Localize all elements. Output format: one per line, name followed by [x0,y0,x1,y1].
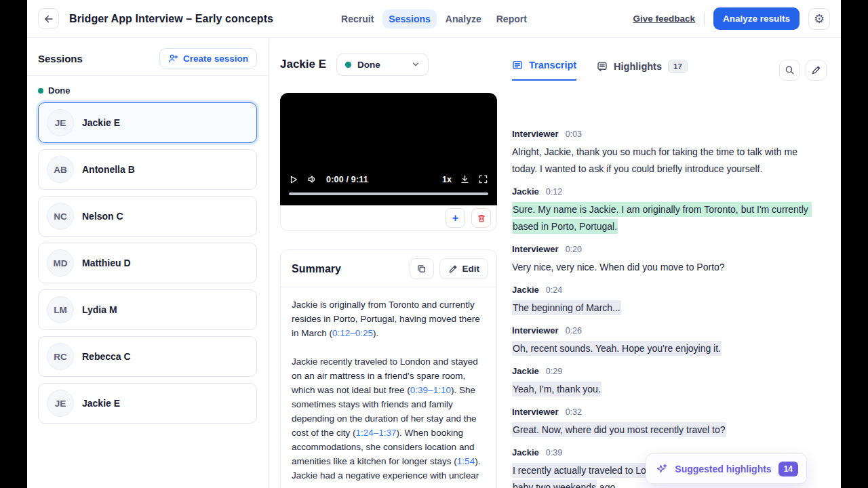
session-name: Nelson C [82,211,123,222]
timestamp-link[interactable]: 0:39–1:10 [410,385,451,395]
delete-video-button[interactable] [471,208,491,228]
breadcrumb-label: Analyze [446,14,481,24]
search-icon [785,65,795,75]
settings-button[interactable]: ⚙ [808,8,830,30]
session-name: Lydia M [82,304,117,315]
edit-summary-button[interactable]: Edit [439,258,489,279]
edit-summary-label: Edit [462,264,480,274]
session-name: Jackie E [82,398,120,409]
entry-timestamp: 0:03 [566,129,582,139]
breadcrumb-item[interactable]: Sessions [382,9,436,28]
video-screen[interactable]: 0:00 / 9:11 1x [280,93,497,205]
video-download-icon[interactable] [460,174,470,184]
session-card[interactable]: JE Jackie E [38,102,257,143]
avatar: AB [47,156,74,183]
tab-transcript-label: Transcript [529,60,576,70]
play-icon[interactable] [289,175,298,184]
entry-text: Very nice, very nice. When did you move … [512,259,817,276]
video-controls: 0:00 / 9:11 1x [289,174,488,184]
entry-text: Yeah, I'm, thank you. [512,381,817,398]
page-title: Bridger App Interview – Early concepts [69,13,273,25]
entry-timestamp: 0:32 [566,407,582,417]
session-card[interactable]: JE Jackie E [38,383,257,424]
transcript-entry[interactable]: Interviewer 0:26 Oh, recent sounds. Yeah… [512,325,817,357]
transcript-entry[interactable]: Jackie 0:24 The beginning of March... [512,285,817,317]
suggested-highlights-count: 14 [778,462,798,476]
session-list: JE Jackie E AB Antonella B [38,102,257,424]
video-progress-bar[interactable] [289,192,488,195]
transcript-entry[interactable]: Interviewer 0:03 Alright, Jackie, thank … [512,129,817,178]
playback-speed-button[interactable]: 1x [442,175,452,184]
summary-header: Summary Edit [281,250,496,287]
session-name: Antonella B [82,164,135,175]
add-clip-button[interactable]: + [446,208,465,228]
edit-transcript-button[interactable] [806,60,827,81]
back-button[interactable] [38,8,59,29]
session-name: Rebecca C [82,351,131,362]
avatar: NC [47,203,74,230]
sessions-sidebar: Sessions Create session Done [27,39,269,488]
summary-card: Summary Edit [280,249,497,488]
speaker-name: Interviewer [512,325,559,336]
header-actions: Give feedback Analyze results ⚙ [633,7,830,30]
volume-icon[interactable] [307,174,317,184]
timestamp-link[interactable]: 1:54 [457,456,475,466]
status-dropdown-value: Done [357,60,380,70]
breadcrumb-item[interactable]: Recruit [335,9,380,28]
sidebar-header: Sessions Create session [27,39,268,75]
search-transcript-button[interactable] [779,60,800,81]
entry-timestamp: 0:29 [546,367,562,376]
entry-timestamp: 0:39 [546,448,562,458]
transcript-panel: Transcript Highlights 17 [512,39,841,488]
breadcrumb-label: Report [496,14,527,24]
avatar: MD [47,249,74,277]
timestamp-link[interactable]: 1:24–1:37 [356,428,397,438]
status-dropdown[interactable]: Done [336,54,429,76]
summary-body: Jackie is originally from Toronto and cu… [281,287,496,488]
speaker-name: Jackie [512,285,539,295]
suggested-highlights-button[interactable]: Suggested highlights 14 [646,453,807,484]
done-group-text: Done [48,85,71,96]
copy-summary-button[interactable] [410,258,434,279]
person-plus-icon [168,54,178,64]
entry-timestamp: 0:24 [546,285,562,295]
sidebar-title: Sessions [38,53,83,64]
entry-text: The beginning of March... [512,300,817,317]
fullscreen-icon[interactable] [478,174,488,184]
analyze-results-button[interactable]: Analyze results [713,7,800,30]
session-card[interactable]: LM Lydia M [38,289,257,330]
session-card[interactable]: AB Antonella B [38,149,257,190]
done-status-dot [38,88,43,94]
transcript-entry[interactable]: Jackie 0:12 Sure. My name is Jackie. I a… [512,186,817,235]
session-card[interactable]: RC Rebecca C [38,336,257,377]
chevron-down-icon [412,60,420,68]
timestamp-link[interactable]: 0:12–0:25 [332,328,373,338]
tab-transcript[interactable]: Transcript [512,60,576,81]
comment-icon [597,61,608,72]
sidebar-body: Done JE Jackie E AB [27,76,268,424]
session-name: Jackie E [82,117,120,128]
transcript-entry[interactable]: Interviewer 0:32 Great. Now, where did y… [512,407,817,439]
breadcrumb-item[interactable]: Analyze [439,9,488,28]
session-card[interactable]: MD Matthieu D [38,243,257,283]
tab-highlights[interactable]: Highlights 17 [597,60,688,82]
transcript-entry[interactable]: Jackie 0:29 Yeah, I'm, thank you. [512,366,817,398]
speaker-name: Jackie [512,447,539,458]
transcript-entry[interactable]: Interviewer 0:20 Very nice, very nice. W… [512,244,817,276]
video-time: 0:00 / 9:11 [326,175,368,184]
give-feedback-link[interactable]: Give feedback [633,14,695,24]
app-window: Bridger App Interview – Early concepts R… [27,0,841,488]
create-session-button[interactable]: Create session [159,48,257,68]
video-player-card: 0:00 / 9:11 1x + [280,93,497,231]
summary-paragraph: Jackie is originally from Toronto and cu… [292,298,486,340]
copy-icon [416,264,427,274]
transcript-entries: Interviewer 0:03 Alright, Jackie, thank … [512,129,817,488]
entry-timestamp: 0:20 [566,245,582,254]
entry-text: Oh, recent sounds. Yeah. Hope you're enj… [512,340,817,357]
pencil-icon [448,264,458,274]
breadcrumb-item[interactable]: Report [490,9,533,28]
create-session-label: Create session [183,54,248,64]
session-card[interactable]: NC Nelson C [38,196,257,237]
breadcrumb-label: Recruit [341,14,374,24]
summary-title: Summary [292,263,341,275]
